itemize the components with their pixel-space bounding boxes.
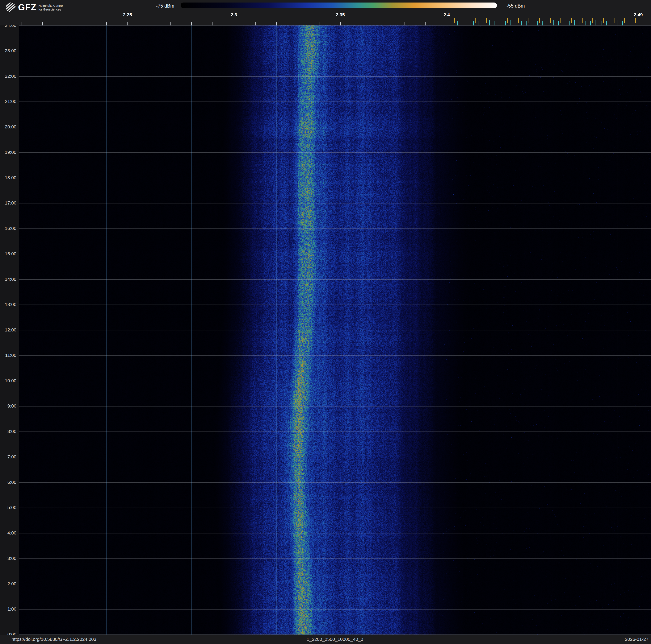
header-bar: GFZ Helmholtz Centre for Geosciences -75… bbox=[0, 0, 651, 25]
footer-doi-link[interactable]: https://doi.org/10.5880/GFZ.1.2.2024.003 bbox=[11, 637, 96, 642]
time-tick-label: 10:00 bbox=[2, 379, 17, 383]
freq-axis-ticks-canvas bbox=[0, 18, 651, 25]
time-tick-label: 2:00 bbox=[2, 582, 17, 586]
time-axis-labels: 24:0023:0022:0021:0020:0019:0018:0017:00… bbox=[0, 25, 19, 635]
footer-date-label: 2026-01-27 bbox=[625, 637, 649, 642]
time-tick-label: 16:00 bbox=[2, 226, 17, 231]
freq-tick-label: 2.25 bbox=[123, 12, 132, 18]
time-tick-label: 7:00 bbox=[2, 455, 17, 459]
time-tick-label: 6:00 bbox=[2, 480, 17, 485]
time-tick-label: 11:00 bbox=[2, 353, 17, 358]
time-tick-label: 9:00 bbox=[2, 404, 17, 408]
time-tick-label: 3:00 bbox=[2, 556, 17, 561]
time-tick-label: 14:00 bbox=[2, 277, 17, 282]
spectrogram-canvas bbox=[19, 25, 651, 635]
freq-tick-label: 2.4 bbox=[443, 12, 450, 18]
time-tick-label: 19:00 bbox=[2, 150, 17, 155]
footer-bar: https://doi.org/10.5880/GFZ.1.2.2024.003… bbox=[0, 635, 651, 644]
time-tick-label: 1:00 bbox=[2, 607, 17, 611]
time-tick-label: 8:00 bbox=[2, 429, 17, 434]
time-tick-label: 21:00 bbox=[2, 99, 17, 104]
time-tick-label: 12:00 bbox=[2, 328, 17, 332]
time-tick-label: 17:00 bbox=[2, 201, 17, 205]
footer-dataset-label: 1_2200_2500_10000_40_0 bbox=[307, 637, 363, 642]
time-tick-label: 15:00 bbox=[2, 252, 17, 256]
time-tick-label: 20:00 bbox=[2, 125, 17, 129]
time-tick-label: 18:00 bbox=[2, 176, 17, 180]
time-axis-column: 24:0023:0022:0021:0020:0019:0018:0017:00… bbox=[0, 25, 19, 635]
freq-tick-label: 2.49 bbox=[634, 12, 643, 18]
time-tick-label: 22:00 bbox=[2, 74, 17, 79]
time-tick-label: 23:00 bbox=[2, 49, 17, 53]
freq-tick-label: 2.35 bbox=[336, 12, 345, 18]
time-tick-label: 5:00 bbox=[2, 505, 17, 510]
time-tick-label: 13:00 bbox=[2, 302, 17, 307]
spectrogram-app: 24:0023:0022:0021:0020:0019:0018:0017:00… bbox=[0, 0, 651, 644]
time-tick-label: 4:00 bbox=[2, 531, 17, 535]
freq-tick-label: 2.3 bbox=[230, 12, 237, 18]
